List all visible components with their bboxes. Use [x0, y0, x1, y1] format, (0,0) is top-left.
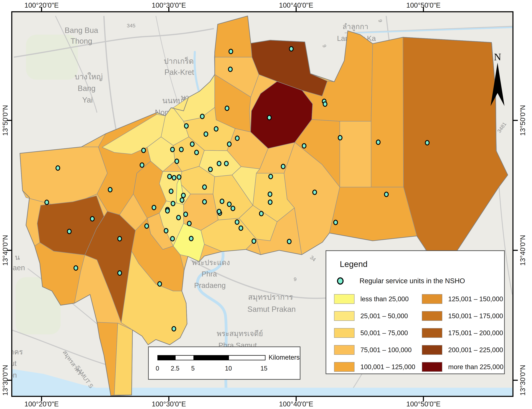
graticule-label: 100°20'0"E	[24, 1, 59, 9]
legend-title: Legend	[340, 259, 367, 269]
service-unit-dot	[289, 46, 293, 51]
basemap-green-patch	[26, 35, 78, 80]
service-unit-dot	[195, 150, 198, 155]
service-unit-dot	[108, 187, 112, 192]
legend-class-row: 100,001 – 125,000	[334, 358, 415, 375]
north-arrow: N	[490, 51, 505, 108]
service-unit-dot	[190, 142, 194, 146]
service-unit-dot	[268, 200, 272, 204]
service-unit-dot	[425, 140, 429, 145]
service-unit-dot	[323, 102, 327, 106]
service-unit-dot	[171, 147, 174, 152]
basemap-label: บางใหญ่	[75, 72, 103, 81]
graticule-label: 13°30'0"N	[1, 365, 9, 396]
service-unit-dot	[204, 132, 208, 136]
service-unit-dot	[217, 161, 221, 166]
service-unit-dot	[187, 221, 191, 226]
legend-swatch	[334, 328, 355, 338]
legend-class-label: 150,001 – 175,000	[448, 312, 503, 320]
service-unit-dot	[180, 198, 184, 202]
service-unit-dot	[172, 326, 176, 331]
scalebar-segment	[193, 356, 229, 360]
service-unit-dot	[179, 147, 183, 152]
legend-class-row: more than 225,000	[422, 358, 504, 375]
legend-point-label: Regular service units in the NSHO	[359, 277, 465, 285]
legend-box: Legend Regular service units in the NSHO…	[326, 250, 505, 374]
service-unit-dot	[214, 127, 218, 131]
service-area-polygon	[371, 37, 404, 187]
service-unit-dot	[74, 266, 78, 270]
legend-class-label: 75,001 – 100,000	[360, 346, 412, 354]
service-unit-dot	[184, 124, 188, 128]
scalebar-box: Kilometers 02.551015	[148, 346, 301, 380]
legend-class-row: 125,001 – 150,000	[422, 290, 504, 307]
service-unit-dot	[229, 67, 232, 72]
legend-class-row: 175,001 – 200,000	[422, 325, 504, 341]
service-unit-dot	[203, 185, 206, 189]
service-unit-dot	[302, 144, 306, 148]
legend-swatch	[334, 311, 355, 321]
legend-class-row: 150,001 – 175,000	[422, 307, 504, 325]
scalebar-number: 2.5	[171, 365, 179, 372]
basemap-label: Samut Prakan	[248, 305, 296, 313]
service-unit-dot	[269, 174, 273, 179]
service-unit-dot	[118, 236, 122, 241]
service-unit-dot	[164, 229, 168, 233]
service-unit-dot	[334, 220, 338, 225]
service-unit-dot	[169, 189, 173, 194]
legend-point-row: Regular service units in the NSHO	[335, 277, 465, 285]
service-unit-dot	[217, 209, 221, 214]
service-unit-dot	[118, 271, 122, 275]
basemap-label: สมุทรปราการ	[248, 293, 293, 302]
north-label: N	[490, 51, 505, 63]
basemap-label: 345	[127, 23, 135, 28]
legend-class-label: 125,001 – 150,000	[448, 295, 503, 303]
basemap-label: Phra	[202, 270, 217, 278]
service-unit-dot	[338, 135, 342, 140]
legend-swatch	[334, 362, 355, 372]
service-unit-dot	[203, 200, 206, 204]
service-unit-dot	[90, 216, 94, 221]
basemap-label: Bang	[78, 84, 96, 93]
service-unit-dot	[67, 229, 71, 234]
scalebar-segment	[176, 356, 193, 360]
legend-swatch	[422, 294, 442, 304]
legend-class-label: 200,001 – 225,000	[448, 346, 503, 354]
legend-class-row: 50,001 – 75,000	[334, 325, 415, 341]
graticule-label: 100°50'0"E	[406, 1, 440, 9]
service-unit-dot	[252, 239, 256, 243]
scalebar-bar	[157, 355, 266, 360]
service-unit-dot	[172, 176, 176, 180]
basemap-label: Pak-Kret	[164, 68, 194, 76]
legend-class-label: 50,001 – 75,000	[360, 329, 408, 337]
north-arrow-icon	[490, 63, 505, 108]
legend-class-row: 75,001 – 100,000	[334, 341, 415, 358]
service-unit-dot	[168, 174, 171, 179]
service-unit-dot	[142, 148, 146, 153]
map-figure: Bang BuaThong345ปากเกร็ดPak-Kretบางใหญ่B…	[0, 0, 532, 409]
service-unit-dot	[175, 159, 179, 164]
basemap-label: Pradaeng	[194, 281, 226, 289]
legend-swatch	[334, 294, 355, 304]
legend-class-label: 100,001 – 125,000	[360, 363, 415, 371]
scalebar-number: 10	[225, 365, 232, 372]
graticule-label: 100°40'0"E	[279, 1, 313, 9]
service-unit-dot	[171, 236, 174, 241]
service-unit-dot	[281, 164, 285, 169]
service-unit-dot	[385, 192, 388, 197]
service-unit-dot	[235, 220, 239, 224]
service-unit-dot	[229, 49, 233, 54]
service-unit-dot	[165, 209, 169, 213]
service-unit-dot	[184, 212, 188, 216]
service-area-polygon	[329, 187, 417, 241]
service-unit-dot	[259, 211, 263, 216]
service-unit-dot	[225, 106, 229, 111]
service-unit-dot	[209, 167, 212, 172]
scalebar-number: 5	[191, 365, 195, 372]
basemap-label: น	[15, 253, 20, 261]
service-unit-dot	[177, 175, 181, 179]
graticule-label: 100°50'0"E	[406, 400, 440, 408]
basemap-label: Bang Bua	[64, 26, 98, 35]
service-unit-dot	[200, 114, 204, 119]
legend-class-label: less than 25,000	[360, 295, 409, 303]
